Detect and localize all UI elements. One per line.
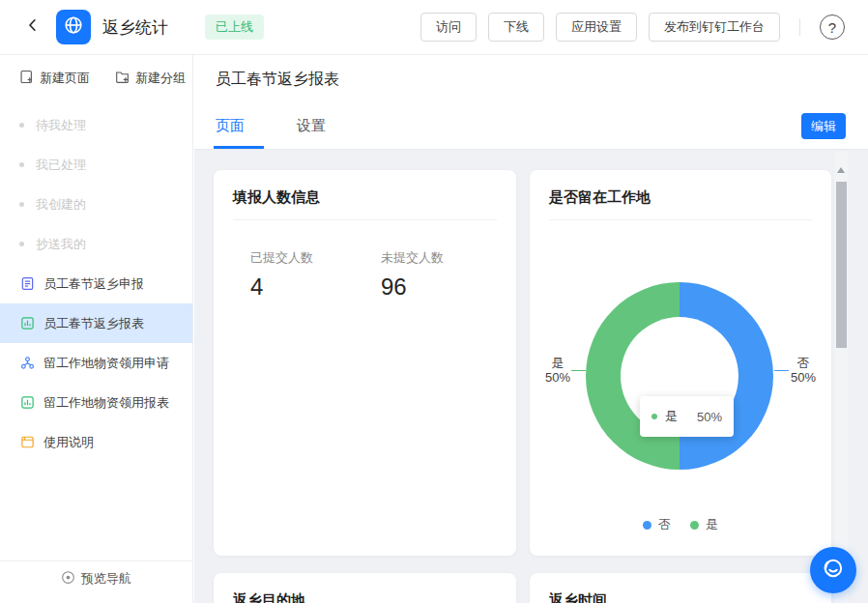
metric-submitted: 已提交人数 4 bbox=[250, 249, 381, 301]
sidebar-item-done[interactable]: 我已处理 bbox=[0, 145, 192, 185]
card-title: 返乡时间 bbox=[530, 573, 831, 603]
legend-label: 是 bbox=[706, 516, 718, 533]
metric-label: 未提交人数 bbox=[381, 249, 511, 267]
donut-ring[interactable] bbox=[586, 282, 773, 470]
sidebar-actions: 新建页面 新建分组 bbox=[0, 69, 192, 88]
sidebar-item-supply-report[interactable]: 留工作地物资领用报表 bbox=[0, 383, 192, 422]
new-group-label: 新建分组 bbox=[135, 70, 186, 87]
card-fill-info: 填报人数信息 已提交人数 4 未提交人数 96 bbox=[214, 170, 516, 556]
slice-name: 是 bbox=[545, 356, 570, 370]
divider bbox=[549, 219, 812, 220]
metric-value: 96 bbox=[381, 273, 511, 301]
legend-dot-icon bbox=[690, 521, 699, 530]
sidebar-item-label: 员工春节返乡报表 bbox=[43, 315, 144, 332]
help-button[interactable]: ? bbox=[820, 14, 845, 40]
legend-dot-icon bbox=[643, 521, 651, 530]
sidebar-item-label: 使用说明 bbox=[43, 434, 94, 451]
card-destination: 返乡目的地 bbox=[214, 573, 516, 603]
sidebar-item-label: 留工作地物资领用报表 bbox=[43, 394, 169, 412]
app-logo bbox=[56, 10, 91, 44]
topbar: 返乡统计 已上线 访问 下线 应用设置 发布到钉钉工作台 ? bbox=[0, 0, 868, 55]
app-window: 返乡统计 已上线 访问 下线 应用设置 发布到钉钉工作台 ? 新建页面 bbox=[0, 0, 868, 603]
bullet-icon bbox=[19, 162, 24, 167]
sidebar-item-created[interactable]: 我创建的 bbox=[0, 185, 192, 224]
main-area: 员工春节返乡报表 页面 设置 编辑 填报人数信息 已提交人数 4 未提交人数 bbox=[194, 55, 868, 603]
card-title: 填报人数信息 bbox=[214, 170, 516, 219]
topbar-divider bbox=[799, 18, 800, 36]
question-mark-icon: ? bbox=[828, 19, 836, 36]
sidebar-item-return-form[interactable]: 员工春节返乡申报 bbox=[0, 264, 192, 303]
card-title: 是否留在工作地 bbox=[530, 170, 831, 219]
bullet-icon bbox=[19, 123, 24, 128]
slice-label-yes: 是 50% bbox=[545, 356, 570, 385]
chevron-left-icon bbox=[24, 16, 42, 38]
visit-button[interactable]: 访问 bbox=[420, 13, 477, 42]
content-area: 填报人数信息 已提交人数 4 未提交人数 96 是否留在工作地 bbox=[194, 150, 868, 603]
sidebar-item-return-report[interactable]: 员工春节返乡报表 bbox=[0, 303, 192, 343]
form-icon bbox=[19, 276, 35, 292]
chart-tooltip: 是 50% bbox=[640, 396, 734, 437]
scrollbar-thumb[interactable] bbox=[836, 182, 847, 348]
leader-line-yes bbox=[571, 370, 586, 371]
sidebar: 新建页面 新建分组 待我处理 我已处理 我创建的 bbox=[0, 55, 193, 603]
tab-settings[interactable]: 设置 bbox=[297, 117, 339, 149]
page-icon bbox=[19, 435, 35, 450]
new-page-button[interactable]: 新建页面 bbox=[19, 70, 90, 87]
edit-button[interactable]: 编辑 bbox=[801, 113, 846, 139]
publish-button[interactable]: 发布到钉钉工作台 bbox=[649, 13, 780, 42]
tooltip-value: 50% bbox=[697, 410, 722, 424]
headset-icon bbox=[820, 555, 847, 586]
bullet-icon bbox=[19, 242, 24, 246]
page-title: 员工春节返乡报表 bbox=[216, 70, 339, 90]
globe-icon bbox=[63, 14, 84, 40]
card-stay-chart: 是否留在工作地 是 50% 否 50% 是 bbox=[530, 170, 831, 556]
app-settings-button[interactable]: 应用设置 bbox=[556, 13, 637, 42]
back-button[interactable] bbox=[21, 15, 44, 39]
legend-item-no[interactable]: 否 bbox=[643, 516, 671, 533]
new-group-button[interactable]: 新建分组 bbox=[115, 70, 186, 87]
app-title: 返乡统计 bbox=[102, 16, 168, 39]
leader-line-no bbox=[774, 370, 789, 371]
sidebar-item-cc[interactable]: 抄送我的 bbox=[0, 224, 192, 264]
sidebar-item-todo[interactable]: 待我处理 bbox=[0, 105, 192, 145]
scrollbar[interactable] bbox=[835, 152, 848, 603]
tooltip-dot-icon bbox=[651, 414, 657, 419]
slice-percent: 50% bbox=[545, 370, 570, 385]
metric-value: 4 bbox=[250, 273, 381, 301]
flow-icon bbox=[19, 356, 35, 371]
sidebar-item-guide[interactable]: 使用说明 bbox=[0, 422, 192, 462]
sidebar-item-label: 员工春节返乡申报 bbox=[43, 275, 144, 293]
scroll-up-icon[interactable] bbox=[837, 167, 845, 173]
preview-nav-button[interactable]: 预览导航 bbox=[0, 560, 192, 603]
metrics-row: 已提交人数 4 未提交人数 96 bbox=[214, 220, 516, 301]
customer-service-button[interactable] bbox=[810, 547, 856, 593]
sidebar-item-supply-form[interactable]: 留工作地物资领用申请 bbox=[0, 343, 192, 383]
legend-item-yes[interactable]: 是 bbox=[690, 516, 718, 533]
offline-button[interactable]: 下线 bbox=[488, 13, 544, 42]
status-badge: 已上线 bbox=[205, 14, 264, 40]
new-page-label: 新建页面 bbox=[40, 70, 90, 87]
preview-nav-label: 预览导航 bbox=[81, 570, 131, 588]
card-title: 返乡目的地 bbox=[214, 573, 516, 603]
preview-icon bbox=[61, 570, 75, 588]
tab-page[interactable]: 页面 bbox=[216, 117, 258, 149]
slice-label-no: 否 50% bbox=[791, 356, 816, 385]
main-header: 员工春节返乡报表 页面 设置 编辑 bbox=[194, 55, 868, 150]
sidebar-item-label: 抄送我的 bbox=[36, 236, 86, 253]
report-icon bbox=[19, 316, 35, 331]
chart-legend: 否 是 bbox=[530, 516, 831, 533]
sidebar-item-label: 留工作地物资领用申请 bbox=[43, 355, 169, 372]
page-plus-icon bbox=[19, 70, 34, 87]
topbar-actions: 访问 下线 应用设置 发布到钉钉工作台 ? bbox=[420, 13, 845, 42]
folder-plus-icon bbox=[115, 70, 130, 87]
report-icon bbox=[19, 395, 35, 411]
pie-chart: 是 50% 否 50% 是 50% bbox=[530, 228, 831, 556]
sidebar-item-label: 待我处理 bbox=[36, 117, 86, 134]
slice-percent: 50% bbox=[791, 370, 816, 385]
sidebar-page-list: 待我处理 我已处理 我创建的 抄送我的 员工春节返乡申报 bbox=[0, 105, 192, 462]
metric-label: 已提交人数 bbox=[250, 249, 381, 267]
card-return-time: 返乡时间 bbox=[530, 573, 831, 603]
tooltip-name: 是 bbox=[665, 408, 678, 425]
legend-label: 否 bbox=[658, 516, 671, 533]
tab-bar: 页面 设置 bbox=[216, 117, 339, 149]
